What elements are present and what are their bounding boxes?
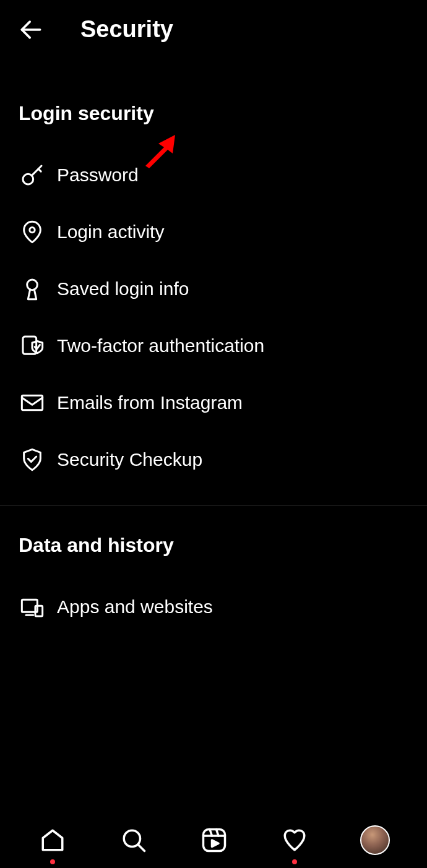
nav-reels-button[interactable] (199, 825, 230, 856)
nav-search-button[interactable] (118, 825, 149, 856)
menu-item-apps-websites[interactable]: Apps and websites (0, 578, 427, 635)
menu-item-emails-instagram[interactable]: Emails from Instagram (0, 374, 427, 431)
back-button[interactable] (15, 14, 46, 45)
nav-profile-avatar[interactable] (360, 825, 390, 855)
heart-icon (282, 827, 308, 853)
section-divider (0, 505, 427, 506)
menu-item-security-checkup[interactable]: Security Checkup (0, 431, 427, 488)
menu-item-label: Security Checkup (57, 449, 202, 470)
location-pin-icon (19, 218, 46, 246)
page-title: Security (80, 16, 173, 43)
svg-line-3 (38, 169, 41, 171)
menu-item-label: Login activity (57, 221, 164, 243)
menu-item-label: Password (57, 165, 139, 186)
bottom-navigation (0, 812, 427, 868)
svg-rect-9 (35, 606, 43, 616)
section-login-security-title: Login security (0, 102, 427, 125)
nav-dot (50, 859, 55, 864)
menu-item-two-factor[interactable]: Two-factor authentication (0, 317, 427, 374)
back-arrow-icon (17, 16, 45, 43)
menu-item-password[interactable]: Password (0, 147, 427, 204)
menu-item-login-activity[interactable]: Login activity (0, 204, 427, 260)
menu-item-label: Saved login info (57, 278, 189, 299)
envelope-icon (19, 389, 46, 416)
key-icon (19, 161, 46, 189)
header: Security (0, 0, 427, 59)
menu-item-label: Two-factor authentication (57, 335, 264, 356)
search-icon (121, 827, 147, 853)
menu-item-label: Emails from Instagram (57, 392, 243, 413)
shield-check-icon (19, 446, 46, 473)
section-data-history-title: Data and history (0, 534, 427, 557)
two-factor-shield-icon (19, 332, 46, 359)
keyhole-icon (19, 275, 46, 303)
menu-item-saved-login-info[interactable]: Saved login info (0, 260, 427, 317)
svg-point-5 (27, 280, 38, 290)
nav-activity-button[interactable] (279, 825, 310, 856)
svg-rect-7 (22, 395, 42, 410)
menu-item-label: Apps and websites (57, 596, 213, 617)
reels-icon (201, 827, 227, 853)
svg-line-12 (138, 844, 145, 851)
svg-marker-17 (212, 840, 218, 847)
nav-home-button[interactable] (37, 825, 68, 856)
devices-icon (19, 593, 46, 621)
svg-point-4 (30, 228, 35, 233)
nav-dot (292, 859, 297, 864)
home-icon (40, 827, 66, 853)
